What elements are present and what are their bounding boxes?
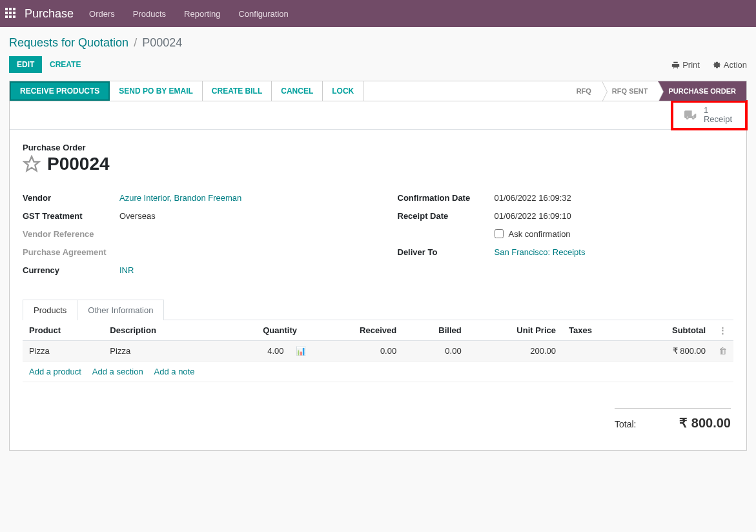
col-billed[interactable]: Billed xyxy=(403,320,467,341)
action-button[interactable]: Action xyxy=(713,60,747,70)
breadcrumb: Requests for Quotation / P00024 xyxy=(9,36,747,50)
create-bill-button[interactable]: CREATE BILL xyxy=(203,81,272,101)
menu-products[interactable]: Products xyxy=(133,9,166,19)
purchase-agreement-label: Purchase Agreement xyxy=(23,247,119,257)
menu-configuration[interactable]: Configuration xyxy=(238,9,288,19)
add-line-row: Add a product Add a section Add a note xyxy=(23,362,733,382)
gst-label: GST Treatment xyxy=(23,211,119,221)
create-button[interactable]: CREATE xyxy=(50,60,81,69)
stage-rfq-sent[interactable]: RFQ SENT xyxy=(602,81,659,101)
total-value: ₹ 800.00 xyxy=(679,415,731,431)
cancel-button[interactable]: CANCEL xyxy=(272,81,323,101)
receive-products-button[interactable]: RECEIVE PRODUCTS xyxy=(10,81,110,101)
stage-purchase-order[interactable]: PURCHASE ORDER xyxy=(658,81,746,101)
lock-button[interactable]: LOCK xyxy=(323,81,363,101)
confirmation-label: Confirmation Date xyxy=(398,193,495,203)
receipt-count: 1 xyxy=(704,106,732,115)
table-row: Pizza Pizza 4.00 📊 0.00 0.00 200.00 ₹ 80… xyxy=(23,341,733,362)
vendor-label: Vendor xyxy=(23,193,119,203)
total-label: Total: xyxy=(615,419,636,429)
currency-label: Currency xyxy=(23,265,119,275)
vendor-ref-label: Vendor Reference xyxy=(23,229,119,239)
edit-button[interactable]: EDIT xyxy=(9,56,42,73)
print-icon xyxy=(671,61,680,69)
star-icon[interactable] xyxy=(23,155,41,173)
col-quantity: Quantity xyxy=(210,320,312,341)
menu-reporting[interactable]: Reporting xyxy=(184,9,220,19)
deliver-to-label: Deliver To xyxy=(398,247,495,257)
cell-billed: 0.00 xyxy=(403,341,467,362)
receipt-date-label: Receipt Date xyxy=(398,211,495,221)
ask-confirmation-label: Ask confirmation xyxy=(509,229,571,239)
receipt-stat-button[interactable]: 1 Receipt xyxy=(672,101,746,129)
ask-confirmation-checkbox[interactable] xyxy=(495,229,504,238)
col-taxes[interactable]: Taxes xyxy=(562,320,628,341)
tab-other-info[interactable]: Other Information xyxy=(77,300,164,320)
apps-icon[interactable] xyxy=(5,8,17,19)
add-section-link[interactable]: Add a section xyxy=(92,367,143,376)
tab-products[interactable]: Products xyxy=(23,300,77,320)
cell-taxes[interactable] xyxy=(562,341,628,362)
top-bar: Purchase Orders Products Reporting Confi… xyxy=(0,0,756,27)
confirmation-value: 01/06/2022 16:09:32 xyxy=(495,193,571,203)
cell-unit-price[interactable]: 200.00 xyxy=(468,341,562,362)
form-sheet: 1 Receipt Purchase Order P00024 VendorAz… xyxy=(9,101,747,451)
currency-link[interactable]: INR xyxy=(119,265,134,275)
cell-description[interactable]: Pizza xyxy=(103,341,210,362)
col-received[interactable]: Received xyxy=(312,320,403,341)
cell-received: 0.00 xyxy=(312,341,403,362)
col-subtotal[interactable]: Subtotal xyxy=(628,320,712,341)
col-description[interactable]: Description xyxy=(103,320,210,341)
breadcrumb-parent[interactable]: Requests for Quotation xyxy=(9,36,128,49)
truck-icon xyxy=(684,110,697,119)
add-product-link[interactable]: Add a product xyxy=(29,367,81,376)
stage-rfq[interactable]: RFQ xyxy=(566,81,602,101)
cell-product[interactable]: Pizza xyxy=(23,341,103,362)
kebab-icon[interactable]: ⋮ xyxy=(719,325,727,335)
app-name[interactable]: Purchase xyxy=(25,7,74,21)
cell-quantity[interactable]: 4.00 xyxy=(267,346,283,356)
menu-orders[interactable]: Orders xyxy=(89,9,115,19)
statusbar: RECEIVE PRODUCTS SEND PO BY EMAIL CREATE… xyxy=(9,81,747,101)
doc-type-label: Purchase Order xyxy=(23,143,733,152)
doc-title: P00024 xyxy=(47,154,110,174)
col-product[interactable]: Product xyxy=(23,320,103,341)
breadcrumb-current: P00024 xyxy=(142,36,182,49)
send-po-button[interactable]: SEND PO BY EMAIL xyxy=(110,81,202,101)
print-button[interactable]: Print xyxy=(671,60,700,70)
cell-subtotal: ₹ 800.00 xyxy=(628,341,712,362)
gst-value: Overseas xyxy=(119,211,156,221)
trash-icon[interactable]: 🗑 xyxy=(719,346,727,356)
gear-icon xyxy=(713,61,721,69)
col-unit-price[interactable]: Unit Price xyxy=(468,320,562,341)
vendor-link[interactable]: Azure Interior, Brandon Freeman xyxy=(119,193,241,203)
receipt-date-value: 01/06/2022 16:09:10 xyxy=(495,211,571,221)
receipt-label: Receipt xyxy=(704,115,732,124)
add-note-link[interactable]: Add a note xyxy=(154,367,195,376)
product-table: Product Description Quantity Received Bi… xyxy=(23,320,733,382)
deliver-to-link[interactable]: San Francisco: Receipts xyxy=(495,247,586,257)
forecast-icon[interactable]: 📊 xyxy=(289,346,307,356)
